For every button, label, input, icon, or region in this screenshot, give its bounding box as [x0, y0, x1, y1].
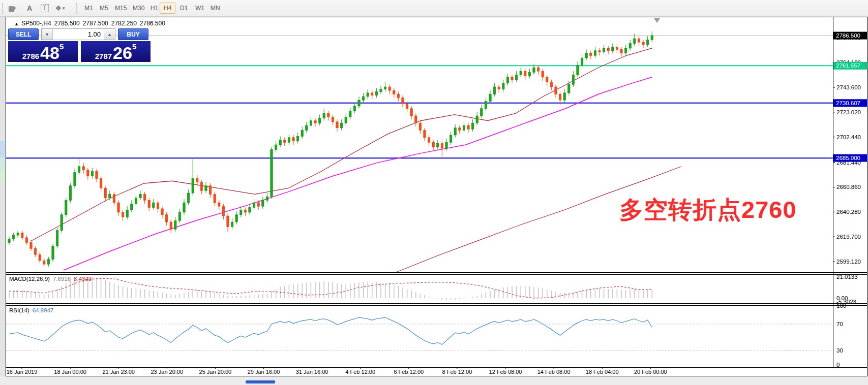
time-axis-label: 6 Feb 12:00: [394, 369, 424, 375]
one-click-trading-panel: SELL ▼ ▲ BUY 2786485 2787265: [8, 28, 153, 62]
svg-text:2786.500: 2786.500: [836, 33, 860, 39]
svg-text:2743.600: 2743.600: [836, 84, 861, 90]
svg-text:2702.440: 2702.440: [836, 134, 861, 140]
macd-pane-title: MACD(12,26,9)7.69168.4343: [9, 276, 92, 282]
chart-header: ▲SP500-,H42785.5002787.5002782.2502786.5…: [14, 20, 168, 27]
svg-text:0: 0: [836, 362, 840, 368]
volume-box: ▼ ▲: [41, 28, 115, 40]
sell-price-panel[interactable]: 2786485: [8, 41, 78, 62]
buy-price-sup: 5: [132, 42, 136, 51]
time-axis-label: 12 Feb 08:00: [489, 369, 522, 375]
time-axis-label: 23 Jan 20:00: [151, 369, 183, 375]
volume-decrease-icon[interactable]: ▼: [42, 29, 53, 40]
sell-price-sup: 5: [59, 42, 64, 51]
sell-price-big: 48: [40, 45, 59, 60]
svg-text:21.0133: 21.0133: [836, 274, 858, 280]
time-axis-label: 4 Feb 12:00: [345, 369, 375, 375]
mt4-window: ▦F A T ❖ ▾ M1 M5 M15 M30 H1 H4 D1 W1 MN …: [0, 0, 868, 385]
svg-text:2685.000: 2685.000: [836, 155, 860, 161]
buy-price-big: 26: [113, 45, 132, 60]
trade-row-prices: 2786485 2787265: [8, 41, 153, 62]
svg-text:30: 30: [836, 347, 843, 354]
volume-input[interactable]: [53, 29, 104, 40]
buy-price-panel[interactable]: 2787265: [81, 41, 151, 62]
svg-text:2640.280: 2640.280: [836, 209, 861, 215]
time-axis-label: 18 Jan 00:00: [54, 369, 86, 375]
buy-button[interactable]: BUY: [118, 28, 148, 40]
time-axis-label: 14 Feb 08:00: [537, 369, 571, 375]
trade-row-top: SELL ▼ ▲ BUY: [8, 28, 153, 40]
time-axis-label: 20 Feb 00:00: [634, 369, 667, 375]
time-axis-label: 31 Jan 16:00: [296, 369, 328, 375]
time-axis-label: 21 Jan 23:00: [102, 369, 135, 375]
sell-price-prefix: 2786: [22, 52, 39, 60]
symbol-name: SP500-,H4: [21, 20, 51, 27]
symbol-arrow-icon: ▲: [14, 21, 19, 26]
rsi-pane-title: RSI(14)64.9947: [9, 307, 53, 313]
macd-value-signal: 8.4343: [74, 276, 92, 282]
svg-text:100: 100: [836, 303, 846, 309]
bottom-blue-fragment: [246, 380, 275, 383]
ohlc-open: 2785.500: [54, 20, 80, 27]
svg-text:2599.120: 2599.120: [836, 259, 861, 265]
time-axis[interactable]: 16 Jan 201918 Jan 00:0021 Jan 23:0023 Ja…: [6, 368, 833, 376]
svg-text:2730.607: 2730.607: [836, 100, 860, 106]
svg-text:2761.557: 2761.557: [836, 62, 860, 69]
macd-title: MACD(12,26,9): [9, 276, 50, 282]
time-axis-label: 16 Jan 2019: [7, 369, 38, 375]
svg-text:2723.020: 2723.020: [836, 109, 861, 115]
time-axis-label: 25 Jan 20:00: [199, 369, 232, 375]
volume-increase-icon[interactable]: ▲: [104, 29, 115, 40]
svg-text:2660.860: 2660.860: [836, 184, 861, 190]
svg-text:70: 70: [836, 321, 843, 327]
svg-text:2619.700: 2619.700: [836, 234, 861, 240]
time-axis-label: 8 Feb 12:00: [442, 369, 472, 375]
time-axis-label: 18 Feb 04:00: [586, 369, 619, 375]
price-annotation: 多空转折点2760: [619, 194, 797, 226]
macd-value-main: 7.6916: [53, 276, 71, 282]
ohlc-low: 2782.250: [111, 20, 137, 27]
time-axis-label: 29 Jan 16:00: [248, 369, 280, 375]
ohlc-close: 2786.500: [140, 20, 165, 27]
ohlc-high: 2787.500: [83, 20, 108, 27]
buy-price-prefix: 2787: [95, 52, 112, 60]
rsi-value: 64.9947: [33, 307, 54, 313]
rsi-title: RSI(14): [9, 307, 29, 313]
sell-button[interactable]: SELL: [8, 28, 39, 40]
bottom-strip: [0, 376, 868, 385]
